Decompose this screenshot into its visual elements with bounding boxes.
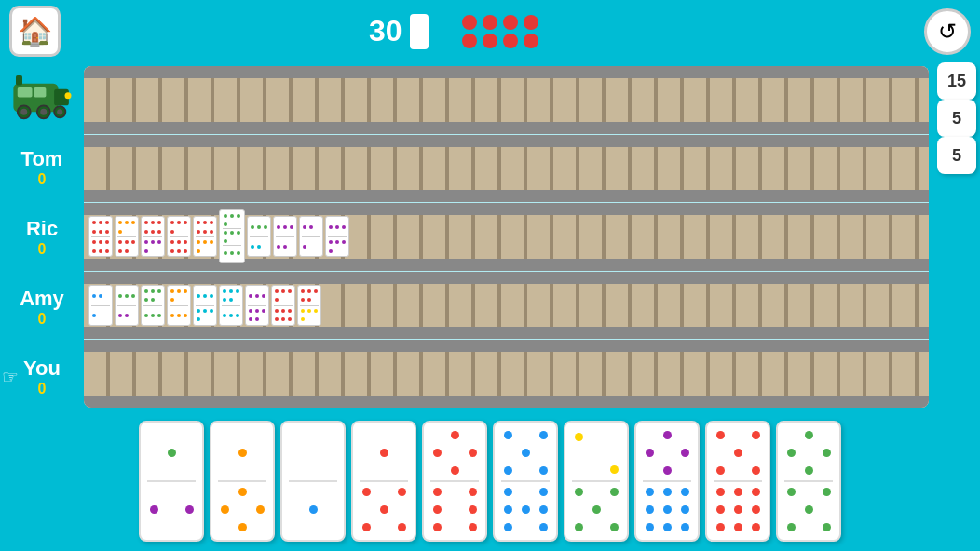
refresh-icon: ↺ (938, 19, 957, 45)
refresh-button[interactable]: ↺ (924, 8, 971, 55)
ric-dominos (88, 209, 349, 263)
domino-piece[interactable] (167, 285, 191, 326)
player-you-score: 0 (38, 381, 47, 397)
hand-domino-4-bottom (359, 484, 410, 535)
hand-domino-6[interactable] (493, 421, 558, 542)
domino-piece[interactable] (193, 285, 217, 326)
domino-tall[interactable] (219, 209, 245, 263)
hand-domino-2-bottom (217, 484, 268, 535)
domino-piece[interactable] (88, 216, 113, 257)
hand-domino-2-top (217, 427, 268, 478)
hand-domino-9-bottom (713, 484, 764, 535)
hand-domino-8-bottom (642, 484, 693, 535)
game-container: 🏠 30 ↺ (0, 0, 980, 551)
center-dot (462, 15, 477, 30)
center-dot (503, 34, 518, 48)
svg-rect-10 (16, 74, 22, 85)
player-amy-name: Amy (20, 287, 64, 311)
hand-domino-5-top (429, 427, 481, 478)
you-track (84, 340, 929, 408)
hand-domino-9[interactable] (705, 421, 770, 542)
domino-piece[interactable] (245, 285, 269, 326)
hand-domino-2[interactable] (210, 421, 275, 542)
hand-domino-10-top (783, 427, 835, 478)
svg-point-9 (57, 109, 62, 114)
domino-piece[interactable] (141, 285, 165, 326)
ric-track (84, 203, 929, 272)
amy-score-badge: 5 (933, 137, 980, 174)
center-dot (524, 15, 538, 30)
hand-domino-5[interactable] (422, 421, 487, 542)
ric-score-badge: 5 (933, 100, 980, 137)
hand-domino-7[interactable] (564, 421, 629, 542)
amy-track (84, 272, 929, 341)
score-display: 30 (369, 14, 429, 49)
domino-piece[interactable] (247, 216, 271, 257)
main-area: Tom 0 Ric 0 Amy 0 ☞ You 0 (0, 62, 980, 411)
player-ric-score: 0 (38, 241, 47, 258)
hand-domino-1[interactable] (139, 421, 204, 542)
player-ric: Ric 0 (0, 202, 84, 272)
domino-piece[interactable] (219, 285, 243, 326)
current-player-arrow: ☞ (2, 366, 19, 388)
hand-domino-5-bottom (429, 484, 481, 535)
ric-score-box: 5 (937, 100, 976, 137)
player-ric-name: Ric (26, 217, 58, 241)
player-you-name: You (23, 356, 61, 381)
player-train (0, 62, 84, 132)
tom-score-box: 15 (937, 62, 976, 100)
domino-piece[interactable] (271, 285, 295, 326)
domino-piece[interactable] (193, 216, 217, 257)
hand-domino-10[interactable] (776, 421, 841, 542)
score-number: 30 (369, 14, 402, 48)
hand-area (0, 411, 980, 551)
hand-domino-9-top (713, 427, 764, 478)
tracks-area (84, 66, 929, 408)
player-amy-score: 0 (38, 311, 47, 328)
center-dot (483, 34, 497, 48)
domino-piece[interactable] (115, 285, 139, 326)
top-bar: 🏠 30 ↺ (0, 0, 980, 62)
hand-domino-8[interactable] (634, 421, 700, 542)
hand-domino-1-top (146, 427, 197, 478)
center-domino-indicator (462, 15, 540, 48)
center-dot (462, 34, 477, 48)
domino-piece[interactable] (273, 216, 297, 257)
domino-piece[interactable] (88, 285, 113, 326)
player-amy: Amy 0 (0, 272, 84, 342)
hand-domino-6-top (500, 427, 551, 478)
hand-domino-1-bottom (146, 484, 197, 535)
center-dot (503, 15, 518, 30)
scores-right: 15 5 5 (933, 62, 980, 411)
domino-piece[interactable] (115, 216, 139, 257)
svg-rect-3 (34, 87, 46, 98)
tom-track (84, 135, 929, 204)
svg-point-11 (65, 92, 72, 99)
hand-domino-8-top (642, 427, 693, 478)
amy-dominos (88, 285, 321, 326)
tom-score-badge: 15 (933, 62, 980, 100)
amy-score-box: 5 (937, 137, 976, 174)
hand-domino-7-bottom (571, 484, 622, 535)
domino-piece[interactable] (141, 216, 165, 257)
hand-domino-4[interactable] (351, 421, 416, 542)
hand-domino-7-top (571, 427, 622, 478)
center-dot (524, 34, 538, 48)
score-tile (410, 14, 429, 49)
hand-domino-4-top (359, 427, 410, 478)
player-tom-score: 0 (38, 171, 47, 188)
domino-piece[interactable] (167, 216, 191, 257)
domino-piece[interactable] (325, 216, 349, 257)
svg-rect-2 (18, 87, 33, 98)
hand-domino-6-bottom (500, 484, 551, 535)
home-icon: 🏠 (18, 15, 52, 47)
home-button[interactable]: 🏠 (9, 6, 61, 57)
domino-piece[interactable] (299, 216, 323, 257)
domino-piece[interactable] (297, 285, 321, 326)
hand-domino-3-top (288, 427, 339, 478)
hand-domino-3[interactable] (280, 421, 346, 542)
player-tom: Tom 0 (0, 132, 84, 202)
player-tom-name: Tom (21, 147, 63, 171)
center-dot (483, 15, 497, 30)
svg-point-7 (40, 108, 47, 114)
